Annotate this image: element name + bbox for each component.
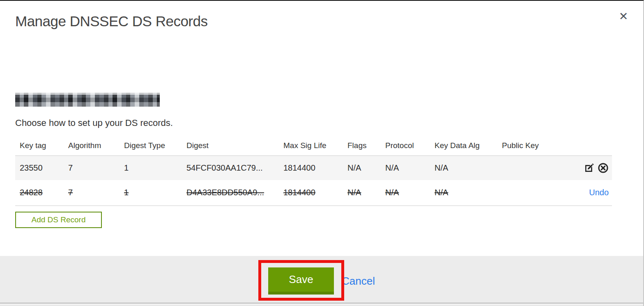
table-row: 23550 7 1 54FCF030AA1C79... 1814400 N/A … [15,155,612,180]
add-ds-record-button[interactable]: Add DS Record [15,212,102,228]
col-header-actions [555,136,612,155]
col-header-public-key: Public Key [497,136,555,155]
manage-dnssec-modal: Manage DNSSEC DS Records ✕ Choose how to… [0,0,644,306]
table-header-row: Key tag Algorithm Digest Type Digest Max… [15,136,612,155]
ds-records-table: Key tag Algorithm Digest Type Digest Max… [15,136,612,206]
cell-digest: 54FCF030AA1C79... [186,163,263,172]
cell-algorithm: 7 [68,188,73,197]
col-header-protocol: Protocol [381,136,430,155]
instruction-text: Choose how to set up your DS records. [15,118,173,128]
save-button[interactable]: Save [268,267,334,295]
col-header-digest: Digest [182,136,279,155]
page-title: Manage DNSSEC DS Records [15,13,207,30]
col-header-key-data-alg: Key Data Alg [430,136,497,155]
cell-max-sig-life: 1814400 [283,188,315,197]
cell-digest: D4A33E8DD550A9... [186,188,264,197]
undo-link[interactable]: Undo [589,188,609,197]
col-header-algorithm: Algorithm [64,136,120,155]
col-header-max-sig-life: Max Sig Life [279,136,343,155]
cell-algorithm: 7 [68,163,73,172]
col-header-key-tag: Key tag [15,136,64,155]
cell-flags: N/A [347,188,361,197]
cell-digest-type: 1 [124,188,129,197]
cell-max-sig-life: 1814400 [283,163,315,172]
close-icon[interactable]: ✕ [616,9,631,24]
cell-protocol: N/A [385,163,399,172]
delete-record-icon[interactable] [598,162,609,174]
col-header-digest-type: Digest Type [120,136,182,155]
cancel-link[interactable]: Cancel [342,275,375,288]
cell-key-data-alg: N/A [435,163,448,172]
page-behind-modal [0,304,643,306]
cell-protocol: N/A [385,188,399,197]
cell-key-tag: 24828 [20,188,43,197]
cell-flags: N/A [347,163,361,172]
table-row-deleted: 24828 7 1 D4A33E8DD550A9... 1814400 N/A … [15,180,612,206]
col-header-flags: Flags [343,136,381,155]
redacted-domain-name [15,93,160,107]
cell-digest-type: 1 [124,163,129,172]
edit-record-icon[interactable] [584,162,595,174]
cell-key-tag: 23550 [20,163,43,172]
cell-key-data-alg: N/A [435,188,448,197]
